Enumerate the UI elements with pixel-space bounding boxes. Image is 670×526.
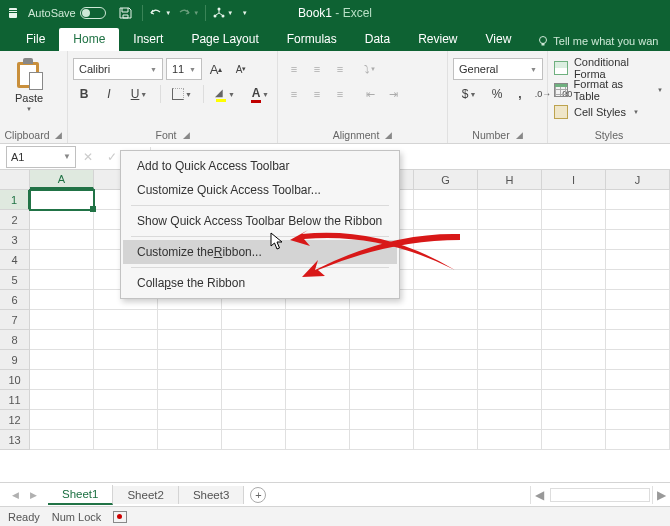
system-menu-icon[interactable] xyxy=(4,8,22,18)
hscroll-right[interactable]: ▶ xyxy=(652,486,670,504)
cell[interactable] xyxy=(350,410,414,430)
tab-data[interactable]: Data xyxy=(351,28,404,51)
menu-customize-qat[interactable]: Customize Quick Access Toolbar... xyxy=(123,178,397,202)
number-launcher[interactable]: ◢ xyxy=(516,130,523,140)
cell[interactable] xyxy=(158,310,222,330)
cell[interactable] xyxy=(30,290,94,310)
cell[interactable] xyxy=(94,330,158,350)
row-header[interactable]: 13 xyxy=(0,430,30,450)
cell[interactable] xyxy=(606,370,670,390)
cell[interactable] xyxy=(478,310,542,330)
cell[interactable] xyxy=(158,430,222,450)
cell[interactable] xyxy=(542,190,606,210)
col-header-h[interactable]: H xyxy=(478,170,542,189)
macro-record-icon[interactable] xyxy=(113,511,127,523)
cell[interactable] xyxy=(158,410,222,430)
cell[interactable] xyxy=(606,390,670,410)
cell[interactable] xyxy=(94,390,158,410)
align-center-button[interactable]: ≡ xyxy=(306,83,328,105)
cell[interactable] xyxy=(414,230,478,250)
cell[interactable] xyxy=(286,410,350,430)
cell[interactable] xyxy=(414,190,478,210)
cell[interactable] xyxy=(30,330,94,350)
cell[interactable] xyxy=(222,310,286,330)
cell[interactable] xyxy=(606,290,670,310)
tab-view[interactable]: View xyxy=(472,28,526,51)
tab-file[interactable]: File xyxy=(12,28,59,51)
cell[interactable] xyxy=(414,290,478,310)
cell[interactable] xyxy=(350,370,414,390)
cell[interactable] xyxy=(30,210,94,230)
cell[interactable] xyxy=(30,190,94,210)
cell[interactable] xyxy=(30,370,94,390)
fill-color-button[interactable]: ▼ xyxy=(209,83,241,105)
autosave-toggle[interactable]: AutoSave xyxy=(28,7,106,19)
tab-home[interactable]: Home xyxy=(59,28,119,51)
tab-formulas[interactable]: Formulas xyxy=(273,28,351,51)
orientation-button[interactable]: ⤵▼ xyxy=(359,58,381,80)
col-header-g[interactable]: G xyxy=(414,170,478,189)
align-right-button[interactable]: ≡ xyxy=(329,83,351,105)
cell[interactable] xyxy=(30,350,94,370)
underline-button[interactable]: U▼ xyxy=(123,83,155,105)
cell[interactable] xyxy=(478,270,542,290)
cell[interactable] xyxy=(286,370,350,390)
cell[interactable] xyxy=(606,310,670,330)
cell[interactable] xyxy=(542,330,606,350)
row-header[interactable]: 11 xyxy=(0,390,30,410)
tell-me-search[interactable]: Tell me what you wan xyxy=(537,35,658,51)
cell[interactable] xyxy=(478,190,542,210)
comma-button[interactable]: , xyxy=(509,83,531,105)
cell[interactable] xyxy=(478,350,542,370)
alignment-launcher[interactable]: ◢ xyxy=(385,130,392,140)
italic-button[interactable]: I xyxy=(98,83,120,105)
cell[interactable] xyxy=(606,430,670,450)
decrease-font-button[interactable]: A▾ xyxy=(230,58,252,80)
cell[interactable] xyxy=(286,330,350,350)
cell[interactable] xyxy=(286,430,350,450)
cell[interactable] xyxy=(286,390,350,410)
borders-button[interactable]: ▼ xyxy=(166,83,198,105)
bold-button[interactable]: B xyxy=(73,83,95,105)
cell[interactable] xyxy=(30,430,94,450)
cell[interactable] xyxy=(286,350,350,370)
row-header[interactable]: 9 xyxy=(0,350,30,370)
font-name-select[interactable]: Calibri▼ xyxy=(73,58,163,80)
row-header[interactable]: 1 xyxy=(0,190,30,210)
cell[interactable] xyxy=(414,250,478,270)
cell[interactable] xyxy=(478,370,542,390)
align-top-button[interactable]: ≡ xyxy=(283,58,305,80)
cell[interactable] xyxy=(30,230,94,250)
cell[interactable] xyxy=(222,410,286,430)
sheet-tab-2[interactable]: Sheet2 xyxy=(113,486,178,504)
col-header-a[interactable]: A xyxy=(30,170,94,189)
cell[interactable] xyxy=(30,250,94,270)
cell[interactable] xyxy=(222,390,286,410)
cell[interactable] xyxy=(478,250,542,270)
cell[interactable] xyxy=(414,310,478,330)
align-middle-button[interactable]: ≡ xyxy=(306,58,328,80)
cell[interactable] xyxy=(542,290,606,310)
cell[interactable] xyxy=(478,330,542,350)
align-bottom-button[interactable]: ≡ xyxy=(329,58,351,80)
tab-page-layout[interactable]: Page Layout xyxy=(177,28,272,51)
cell[interactable] xyxy=(606,330,670,350)
clipboard-launcher[interactable]: ◢ xyxy=(55,130,62,140)
cell[interactable] xyxy=(350,390,414,410)
col-header-i[interactable]: I xyxy=(542,170,606,189)
cell[interactable] xyxy=(350,350,414,370)
row-header[interactable]: 12 xyxy=(0,410,30,430)
sheet-nav-next[interactable]: ▶ xyxy=(24,485,42,505)
number-format-select[interactable]: General▼ xyxy=(453,58,543,80)
cell[interactable] xyxy=(94,410,158,430)
name-box[interactable]: A1▼ xyxy=(6,146,76,168)
row-header[interactable]: 2 xyxy=(0,210,30,230)
cell[interactable] xyxy=(478,290,542,310)
qat-customize-button[interactable]: ▼ xyxy=(238,0,252,26)
cell[interactable] xyxy=(478,430,542,450)
menu-add-to-qat[interactable]: Add to Quick Access Toolbar xyxy=(123,154,397,178)
hscroll-track[interactable] xyxy=(550,488,650,502)
increase-font-button[interactable]: A▴ xyxy=(205,58,227,80)
cell[interactable] xyxy=(606,190,670,210)
row-header[interactable]: 7 xyxy=(0,310,30,330)
